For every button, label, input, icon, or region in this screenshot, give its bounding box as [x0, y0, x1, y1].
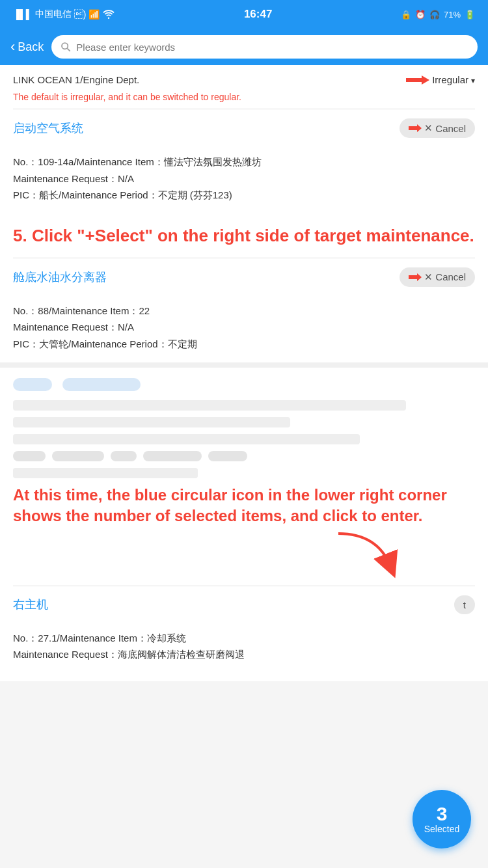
mode-label: Irregular — [432, 74, 468, 85]
cancel-button-2[interactable]: ✕ Cancel — [400, 267, 475, 287]
cancel-label-3: t — [463, 599, 466, 610]
vessel-dept-label: LINK OCEAN 1/Engine Dept. — [13, 74, 139, 85]
item-no-3: No.：27.1/Maintenance Item：冷却系统 — [13, 630, 475, 647]
back-label: Back — [18, 40, 44, 54]
status-right: 🔒 ⏰ 🎧 71% 🔋 — [401, 10, 475, 20]
svg-marker-4 — [409, 273, 422, 281]
nav-bar: ‹ Back — [0, 29, 488, 65]
item-details-3: No.：27.1/Maintenance Item：冷却系统 Maintenan… — [0, 623, 488, 668]
instruction-blue-circle-text: At this time, the blue circular icon in … — [13, 485, 475, 527]
search-input[interactable] — [76, 42, 468, 53]
maintenance-request-1: Maintenance Request：N/A — [13, 170, 475, 187]
headphone-icon: 🎧 — [429, 10, 440, 20]
search-bar[interactable] — [51, 35, 478, 59]
arrow-to-badge-icon — [325, 527, 403, 579]
arrow-icon — [406, 75, 429, 85]
header-row: LINK OCEAN 1/Engine Dept. Irregular — [0, 65, 488, 89]
item-details-1: No.：109-14a/Maintenance Item：懂法守法氛围发热潍坊 … — [0, 147, 488, 214]
section-header-2: 舱底水油水分离器 ✕ Cancel — [0, 258, 488, 296]
chevron-down-icon — [471, 74, 475, 85]
signal-icon: ▐▌▌ — [13, 9, 33, 20]
svg-marker-2 — [406, 75, 429, 85]
arrow-to-badge-container — [13, 527, 475, 579]
lock-icon: 🔒 — [401, 10, 411, 20]
back-chevron-icon: ‹ — [10, 38, 15, 55]
search-icon — [61, 42, 71, 52]
cancel-label-2: Cancel — [435, 271, 466, 282]
alarm-icon: ⏰ — [415, 10, 426, 20]
maintenance-request-2: Maintenance Request：N/A — [13, 319, 475, 336]
item-no-1: No.：109-14a/Maintenance Item：懂法守法氛围发热潍坊 — [13, 154, 475, 170]
selected-badge[interactable]: 3 Selected — [413, 790, 471, 848]
status-bar: ▐▌▌ 中国电信 ) 📶 16:47 🔒 ⏰ 🎧 71% 🔋 — [0, 0, 488, 29]
svg-line-1 — [68, 48, 70, 51]
wifi-icon-svg — [102, 9, 115, 20]
section-divider — [0, 362, 488, 368]
cancel-x-1: ✕ — [424, 122, 433, 134]
section-title-3: 右主机 — [13, 597, 48, 612]
instruction-step5: 5. Click "+Select" on the right side of … — [0, 214, 488, 258]
status-left: ▐▌▌ 中国电信 ) 📶 — [13, 8, 115, 20]
cancel-arrow-icon-1 — [409, 124, 422, 132]
section-title-2: 舱底水油水分离器 — [13, 269, 107, 285]
wifi-icon: ) 📶 — [74, 9, 100, 20]
status-time: 16:47 — [244, 8, 272, 21]
pic-1: PIC：船长/Maintenance Period：不定期 (芬芬123) — [13, 187, 475, 204]
cancel-button-1[interactable]: ✕ Cancel — [400, 118, 475, 138]
cancel-button-3[interactable]: t — [454, 595, 475, 614]
last-section: 右主机 t No.：27.1/Maintenance Item：冷却系统 Mai… — [0, 586, 488, 681]
svg-point-0 — [62, 43, 68, 49]
item-details-2: No.：88/Maintenance Item：22 Maintenance R… — [0, 296, 488, 363]
pic-2: PIC：大管轮/Maintenance Period：不定期 — [13, 336, 475, 353]
section-header-1: 启动空气系统 ✕ Cancel — [0, 109, 488, 147]
irregular-button[interactable]: Irregular — [406, 74, 475, 85]
item-no-2: No.：88/Maintenance Item：22 — [13, 303, 475, 319]
selected-label: Selected — [424, 824, 459, 834]
default-notice: The default is irregular, and it can be … — [0, 89, 488, 109]
maintenance-request-3: Maintenance Request：海底阀解体清洁检查研磨阀退 — [13, 646, 475, 663]
selected-count: 3 — [437, 804, 448, 824]
cancel-x-2: ✕ — [424, 271, 433, 283]
back-button[interactable]: ‹ Back — [10, 38, 44, 55]
battery-label: 71% — [444, 10, 461, 20]
cancel-label-1: Cancel — [435, 123, 466, 134]
section-header-3: 右主机 t — [0, 586, 488, 623]
carrier-label: 中国电信 — [35, 8, 72, 20]
svg-marker-3 — [409, 124, 422, 132]
battery-icon: 🔋 — [465, 10, 475, 20]
cancel-arrow-icon-2 — [409, 273, 422, 281]
section-title-1: 启动空气系统 — [13, 120, 83, 136]
blurred-area: At this time, the blue circular icon in … — [0, 368, 488, 586]
instruction-step5-text: 5. Click "+Select" on the right side of … — [13, 224, 475, 247]
